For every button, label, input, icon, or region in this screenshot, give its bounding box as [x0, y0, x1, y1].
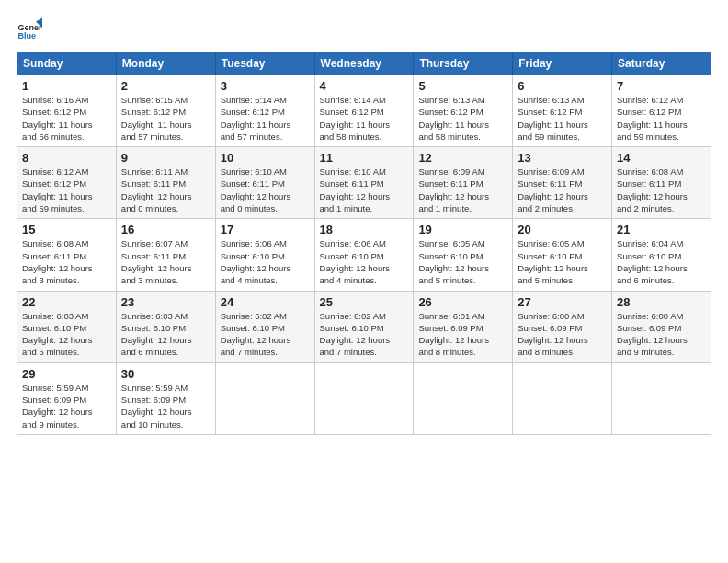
day-number: 30: [121, 367, 210, 381]
calendar-week-1: 1Sunrise: 6:16 AMSunset: 6:12 PMDaylight…: [17, 75, 711, 147]
day-number: 26: [418, 295, 507, 309]
weekday-header-thursday: Thursday: [414, 52, 513, 75]
day-info: Sunrise: 6:09 AMSunset: 6:11 PMDaylight:…: [518, 166, 607, 214]
day-info: Sunrise: 5:59 AMSunset: 6:09 PMDaylight:…: [121, 382, 210, 431]
calendar-cell: 7Sunrise: 6:12 AMSunset: 6:12 PMDaylight…: [612, 75, 711, 147]
day-number: 11: [320, 151, 409, 165]
day-info: Sunrise: 6:12 AMSunset: 6:12 PMDaylight:…: [22, 166, 111, 214]
day-info: Sunrise: 6:09 AMSunset: 6:11 PMDaylight:…: [418, 166, 507, 214]
day-number: 6: [518, 79, 607, 93]
calendar-cell: 10Sunrise: 6:10 AMSunset: 6:11 PMDayligh…: [215, 147, 314, 219]
calendar-cell: [513, 362, 612, 434]
day-info: Sunrise: 6:01 AMSunset: 6:09 PMDaylight:…: [418, 310, 507, 359]
calendar-cell: 13Sunrise: 6:09 AMSunset: 6:11 PMDayligh…: [513, 147, 612, 219]
day-info: Sunrise: 6:03 AMSunset: 6:10 PMDaylight:…: [121, 310, 210, 359]
calendar-cell: 16Sunrise: 6:07 AMSunset: 6:11 PMDayligh…: [116, 219, 215, 291]
day-number: 4: [320, 79, 409, 93]
calendar-cell: 29Sunrise: 5:59 AMSunset: 6:09 PMDayligh…: [17, 362, 117, 434]
weekday-header-saturday: Saturday: [612, 52, 711, 75]
calendar-cell: 26Sunrise: 6:01 AMSunset: 6:09 PMDayligh…: [414, 291, 513, 362]
day-number: 8: [22, 151, 111, 165]
logo-icon: General Blue: [17, 17, 42, 42]
calendar-week-3: 15Sunrise: 6:08 AMSunset: 6:11 PMDayligh…: [17, 219, 711, 291]
day-info: Sunrise: 6:11 AMSunset: 6:11 PMDaylight:…: [121, 166, 210, 214]
calendar-cell: 21Sunrise: 6:04 AMSunset: 6:10 PMDayligh…: [612, 219, 711, 291]
day-number: 5: [418, 79, 507, 93]
day-number: 14: [617, 151, 706, 165]
day-number: 18: [320, 223, 409, 236]
day-info: Sunrise: 6:10 AMSunset: 6:11 PMDaylight:…: [221, 166, 310, 214]
day-info: Sunrise: 6:06 AMSunset: 6:10 PMDaylight:…: [320, 237, 409, 286]
calendar-cell: 1Sunrise: 6:16 AMSunset: 6:12 PMDaylight…: [17, 75, 117, 147]
calendar-cell: 4Sunrise: 6:14 AMSunset: 6:12 PMDaylight…: [314, 75, 414, 147]
day-number: 23: [121, 295, 210, 309]
day-number: 1: [22, 79, 111, 93]
day-info: Sunrise: 6:08 AMSunset: 6:11 PMDaylight:…: [22, 237, 111, 286]
calendar-cell: 25Sunrise: 6:02 AMSunset: 6:10 PMDayligh…: [314, 291, 414, 362]
calendar-cell: 9Sunrise: 6:11 AMSunset: 6:11 PMDaylight…: [116, 147, 215, 219]
day-number: 16: [121, 223, 210, 236]
day-number: 19: [418, 223, 507, 236]
calendar-cell: 27Sunrise: 6:00 AMSunset: 6:09 PMDayligh…: [513, 291, 612, 362]
calendar-cell: [314, 362, 414, 434]
day-number: 25: [320, 295, 409, 309]
day-number: 3: [221, 79, 310, 93]
calendar-table: SundayMondayTuesdayWednesdayThursdayFrid…: [17, 52, 711, 435]
day-number: 28: [617, 295, 706, 309]
calendar-cell: 24Sunrise: 6:02 AMSunset: 6:10 PMDayligh…: [215, 291, 314, 362]
weekday-header-wednesday: Wednesday: [314, 52, 414, 75]
day-info: Sunrise: 6:08 AMSunset: 6:11 PMDaylight:…: [617, 166, 706, 214]
day-number: 24: [221, 295, 310, 309]
header: General Blue: [17, 17, 711, 42]
day-number: 7: [617, 79, 706, 93]
day-info: Sunrise: 5:59 AMSunset: 6:09 PMDaylight:…: [22, 382, 111, 431]
weekday-header-monday: Monday: [116, 52, 215, 75]
day-info: Sunrise: 6:14 AMSunset: 6:12 PMDaylight:…: [221, 94, 310, 143]
day-info: Sunrise: 6:00 AMSunset: 6:09 PMDaylight:…: [617, 310, 706, 359]
calendar-cell: 15Sunrise: 6:08 AMSunset: 6:11 PMDayligh…: [17, 219, 117, 291]
weekday-header-friday: Friday: [513, 52, 612, 75]
day-number: 20: [518, 223, 607, 236]
weekday-header-sunday: Sunday: [17, 52, 117, 75]
day-info: Sunrise: 6:03 AMSunset: 6:10 PMDaylight:…: [22, 310, 111, 359]
day-info: Sunrise: 6:04 AMSunset: 6:10 PMDaylight:…: [617, 237, 706, 286]
calendar-header-row: SundayMondayTuesdayWednesdayThursdayFrid…: [17, 52, 711, 75]
day-info: Sunrise: 6:07 AMSunset: 6:11 PMDaylight:…: [121, 237, 210, 286]
calendar-cell: [612, 362, 711, 434]
calendar-cell: 11Sunrise: 6:10 AMSunset: 6:11 PMDayligh…: [314, 147, 414, 219]
day-info: Sunrise: 6:06 AMSunset: 6:10 PMDaylight:…: [221, 237, 310, 286]
day-info: Sunrise: 6:05 AMSunset: 6:10 PMDaylight:…: [418, 237, 507, 286]
day-info: Sunrise: 6:16 AMSunset: 6:12 PMDaylight:…: [22, 94, 111, 143]
day-info: Sunrise: 6:05 AMSunset: 6:10 PMDaylight:…: [518, 237, 607, 286]
day-number: 15: [22, 223, 111, 236]
day-number: 22: [22, 295, 111, 309]
svg-text:Blue: Blue: [17, 31, 36, 40]
day-number: 10: [221, 151, 310, 165]
calendar-cell: 6Sunrise: 6:13 AMSunset: 6:12 PMDaylight…: [513, 75, 612, 147]
calendar-cell: 17Sunrise: 6:06 AMSunset: 6:10 PMDayligh…: [215, 219, 314, 291]
logo: General Blue: [17, 17, 44, 42]
calendar-cell: 22Sunrise: 6:03 AMSunset: 6:10 PMDayligh…: [17, 291, 117, 362]
day-number: 9: [121, 151, 210, 165]
day-info: Sunrise: 6:14 AMSunset: 6:12 PMDaylight:…: [320, 94, 409, 143]
day-info: Sunrise: 6:10 AMSunset: 6:11 PMDaylight:…: [320, 166, 409, 214]
calendar-cell: 8Sunrise: 6:12 AMSunset: 6:12 PMDaylight…: [17, 147, 117, 219]
day-number: 29: [22, 367, 111, 381]
calendar-cell: [414, 362, 513, 434]
calendar-cell: 3Sunrise: 6:14 AMSunset: 6:12 PMDaylight…: [215, 75, 314, 147]
calendar-week-2: 8Sunrise: 6:12 AMSunset: 6:12 PMDaylight…: [17, 147, 711, 219]
day-info: Sunrise: 6:15 AMSunset: 6:12 PMDaylight:…: [121, 94, 210, 143]
day-number: 13: [518, 151, 607, 165]
weekday-header-tuesday: Tuesday: [215, 52, 314, 75]
day-number: 17: [221, 223, 310, 236]
calendar-cell: 30Sunrise: 5:59 AMSunset: 6:09 PMDayligh…: [116, 362, 215, 434]
day-number: 12: [418, 151, 507, 165]
calendar-week-4: 22Sunrise: 6:03 AMSunset: 6:10 PMDayligh…: [17, 291, 711, 362]
day-info: Sunrise: 6:00 AMSunset: 6:09 PMDaylight:…: [518, 310, 607, 359]
calendar-cell: 28Sunrise: 6:00 AMSunset: 6:09 PMDayligh…: [612, 291, 711, 362]
day-info: Sunrise: 6:02 AMSunset: 6:10 PMDaylight:…: [320, 310, 409, 359]
calendar-cell: 5Sunrise: 6:13 AMSunset: 6:12 PMDaylight…: [414, 75, 513, 147]
calendar-cell: [215, 362, 314, 434]
day-info: Sunrise: 6:13 AMSunset: 6:12 PMDaylight:…: [418, 94, 507, 143]
calendar-cell: 20Sunrise: 6:05 AMSunset: 6:10 PMDayligh…: [513, 219, 612, 291]
